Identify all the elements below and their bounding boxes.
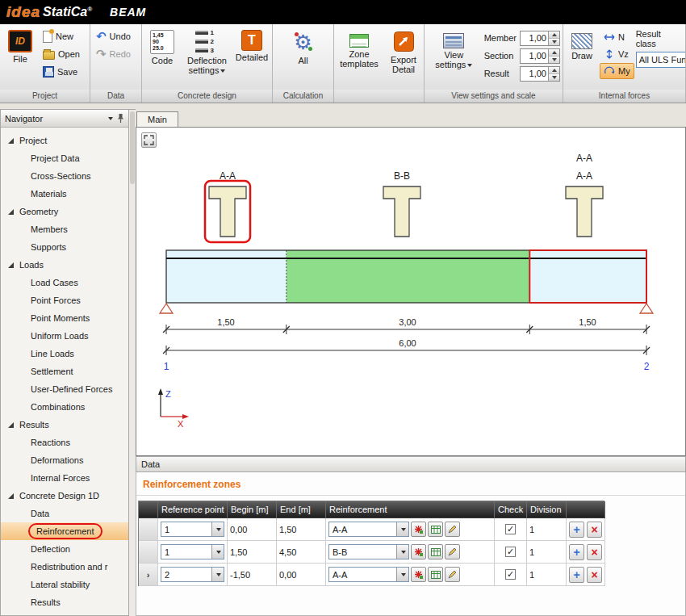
beam-drawing[interactable]: A-A A-A B-B A-A — [136, 128, 685, 455]
data-panel-header[interactable]: Data — [136, 456, 686, 472]
end-cell[interactable]: 1,50 — [277, 518, 326, 541]
sidebar-item-user-defined-forces[interactable]: User-Defined Forces — [1, 380, 128, 398]
sidebar-item-point-forces[interactable]: Point Forces — [1, 291, 128, 309]
navigator-section-results[interactable]: Results — [1, 416, 128, 434]
sidebar-item-reinforcement[interactable]: Reinforcement — [1, 522, 128, 540]
zone-edit-button[interactable] — [445, 567, 460, 582]
member-scale-stepper[interactable]: 1,00 — [520, 31, 560, 46]
spin-down-button[interactable] — [549, 39, 559, 45]
zone-delete-button[interactable] — [411, 567, 426, 582]
pin-icon[interactable] — [117, 113, 124, 124]
spin-up-button[interactable] — [549, 31, 559, 39]
force-toggle-vz[interactable]: Vz — [600, 46, 634, 62]
cross-section-b-b[interactable] — [383, 186, 420, 237]
zone-templates-button[interactable]: Zone templates — [337, 27, 382, 86]
view-settings-button[interactable]: View settings — [427, 27, 481, 86]
sidebar-item-materials[interactable]: Materials — [1, 185, 128, 203]
delete-zone-button[interactable]: × — [587, 567, 602, 583]
zoom-fit-button[interactable] — [141, 132, 157, 148]
sidebar-item-deformations[interactable]: Deformations — [1, 451, 128, 469]
navigator-section-loads[interactable]: Loads — [1, 256, 128, 274]
check-checkbox[interactable]: ✓ — [505, 524, 516, 534]
dropdown-button[interactable] — [396, 522, 408, 536]
add-zone-button[interactable]: + — [569, 522, 584, 538]
begin-cell[interactable]: 0,00 — [228, 518, 277, 541]
dropdown-button[interactable] — [211, 522, 224, 536]
spin-down-button[interactable] — [549, 74, 559, 81]
dropdown-button[interactable] — [211, 545, 224, 559]
draw-button[interactable]: Draw — [566, 27, 598, 86]
sidebar-item-project-data[interactable]: Project Data — [1, 149, 128, 167]
division-cell[interactable]: 1 — [527, 541, 567, 564]
undo-button[interactable]: ↶ Undo — [93, 28, 134, 44]
reinforcement-select[interactable]: B-B — [328, 544, 409, 559]
navigator-dropdown-icon[interactable] — [108, 117, 113, 120]
force-toggle-n[interactable]: N — [600, 29, 634, 45]
sidebar-item-redistribution[interactable]: Redistribution and r — [1, 558, 128, 576]
sidebar-item-point-moments[interactable]: Point Moments — [1, 309, 128, 327]
sidebar-item-uniform-loads[interactable]: Uniform Loads — [1, 327, 128, 345]
zone-template-button[interactable] — [428, 567, 443, 582]
sidebar-item-data[interactable]: Data — [1, 505, 128, 522]
zone-template-button[interactable] — [428, 544, 443, 559]
navigator-header[interactable]: Navigator — [1, 110, 128, 128]
dropdown-button[interactable] — [396, 545, 408, 559]
add-zone-button[interactable]: + — [569, 544, 584, 560]
result-scale-stepper[interactable]: 1,00 — [520, 66, 560, 82]
detailed-button[interactable]: T Detailed — [234, 27, 270, 86]
sidebar-item-settlement[interactable]: Settlement — [1, 362, 128, 380]
reference-point-select[interactable]: 2 — [161, 567, 224, 582]
begin-cell[interactable]: -1,50 — [228, 564, 277, 586]
zone-edit-button[interactable] — [445, 544, 460, 559]
division-cell[interactable]: 1 — [527, 518, 567, 541]
cross-section-a-a-1[interactable] — [209, 186, 246, 237]
navigator-section-project[interactable]: Project — [1, 132, 128, 149]
end-cell[interactable]: 0,00 — [277, 564, 326, 586]
calculate-all-button[interactable]: ⚙ All — [286, 27, 321, 86]
navigator-section-concrete-design-1d[interactable]: Concrete Design 1D — [1, 487, 128, 505]
spin-up-button[interactable] — [549, 49, 559, 57]
sidebar-item-reactions[interactable]: Reactions — [1, 434, 128, 451]
navigator-scrollbar[interactable] — [129, 109, 136, 616]
code-button[interactable]: 1,459025.0 Code — [144, 27, 180, 86]
cross-section-a-a-2[interactable] — [566, 186, 603, 237]
reinforcement-select[interactable]: A-A — [328, 522, 409, 537]
result-class-select[interactable]: All ULS Fun — [636, 52, 686, 68]
tab-main[interactable]: Main — [136, 111, 178, 127]
zone-template-button[interactable] — [428, 522, 443, 537]
file-button[interactable]: ID File — [2, 27, 38, 86]
row-selector[interactable] — [139, 518, 158, 541]
sidebar-item-members[interactable]: Members — [1, 220, 128, 238]
row-selector-current[interactable]: › — [139, 564, 158, 586]
zone-delete-button[interactable] — [411, 544, 426, 559]
reinforcement-select[interactable]: A-A — [328, 567, 409, 582]
sidebar-item-results[interactable]: Results — [1, 593, 128, 611]
new-button[interactable]: New — [40, 28, 83, 44]
spin-up-button[interactable] — [549, 67, 559, 74]
deflection-settings-button[interactable]: 1 2 3 Deflection settings — [182, 27, 232, 86]
sidebar-item-combinations[interactable]: Combinations — [1, 398, 128, 416]
sidebar-item-line-loads[interactable]: Line Loads — [1, 345, 128, 362]
save-button[interactable]: Save — [40, 64, 83, 80]
sidebar-item-load-cases[interactable]: Load Cases — [1, 274, 128, 291]
redo-button[interactable]: ↷ Redo — [93, 46, 134, 62]
row-selector[interactable] — [139, 541, 158, 564]
zone-delete-button[interactable] — [411, 522, 426, 537]
sidebar-item-supports[interactable]: Supports — [1, 238, 128, 256]
division-cell[interactable]: 1 — [527, 564, 567, 586]
spin-down-button[interactable] — [549, 57, 559, 63]
export-detail-button[interactable]: Export Detail — [383, 27, 424, 86]
section-scale-stepper[interactable]: 1,00 — [520, 48, 560, 64]
navigator-section-geometry[interactable]: Geometry — [1, 203, 128, 220]
beam-canvas[interactable]: A-A A-A B-B A-A — [136, 127, 686, 456]
delete-zone-button[interactable]: × — [587, 544, 602, 560]
add-zone-button[interactable]: + — [569, 567, 584, 583]
check-checkbox[interactable]: ✓ — [505, 547, 516, 557]
open-button[interactable]: Open — [40, 46, 83, 62]
dropdown-button[interactable] — [211, 568, 224, 581]
end-cell[interactable]: 4,50 — [277, 541, 326, 564]
reference-point-select[interactable]: 1 — [161, 544, 224, 559]
reference-point-select[interactable]: 1 — [161, 522, 224, 537]
sidebar-item-internal-forces[interactable]: Internal Forces — [1, 469, 128, 487]
sidebar-item-deflection[interactable]: Deflection — [1, 540, 128, 558]
